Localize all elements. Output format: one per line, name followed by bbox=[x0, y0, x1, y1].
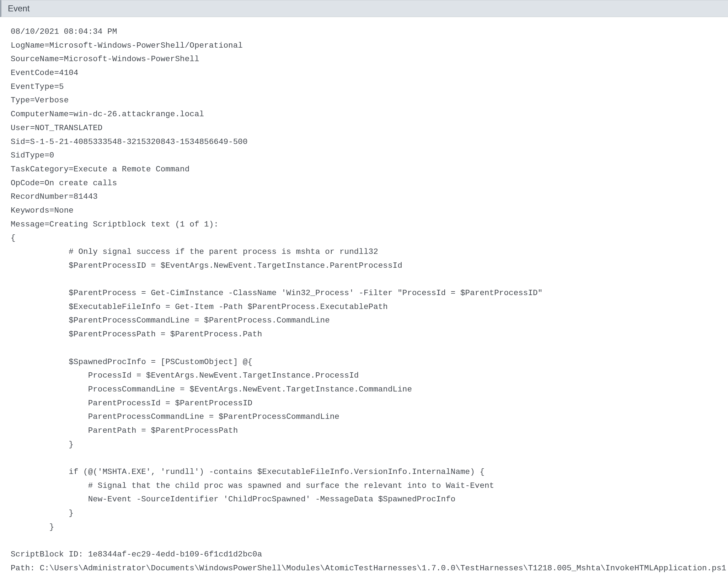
event-timestamp: 08/10/2021 08:04:34 PM bbox=[11, 27, 117, 36]
panel-title: Event bbox=[8, 4, 30, 13]
event-body[interactable]: 08/10/2021 08:04:34 PM LogName=Microsoft… bbox=[0, 17, 728, 578]
scriptblock-content: { # Only signal success if the parent pr… bbox=[11, 233, 542, 531]
field-sid: S-1-5-21-4085333548-3215320843-153485664… bbox=[30, 137, 247, 146]
field-opcode: On create calls bbox=[44, 178, 117, 188]
panel-header: Event bbox=[0, 0, 728, 17]
field-logname: Microsoft-Windows-PowerShell/Operational bbox=[49, 41, 243, 50]
field-computername: win-dc-26.attackrange.local bbox=[74, 110, 204, 119]
field-sourcename: Microsoft-Windows-PowerShell bbox=[64, 54, 199, 64]
field-message-header: Creating Scriptblock text (1 of 1): bbox=[49, 220, 219, 229]
field-recordnumber: 81443 bbox=[74, 192, 98, 201]
field-scriptblock-id: 1e8344af-ec29-4edd-b109-6f1cd1d2bc0a bbox=[88, 550, 262, 559]
field-eventtype: 5 bbox=[59, 82, 64, 91]
field-sidtype: 0 bbox=[49, 151, 54, 160]
field-path: C:\Users\Administrator\Documents\Windows… bbox=[40, 564, 727, 573]
field-keywords: None bbox=[54, 206, 73, 215]
field-user: NOT_TRANSLATED bbox=[35, 123, 102, 133]
field-taskcategory: Execute a Remote Command bbox=[74, 165, 189, 174]
field-eventcode: 4104 bbox=[59, 68, 78, 78]
field-type: Verbose bbox=[35, 96, 69, 105]
